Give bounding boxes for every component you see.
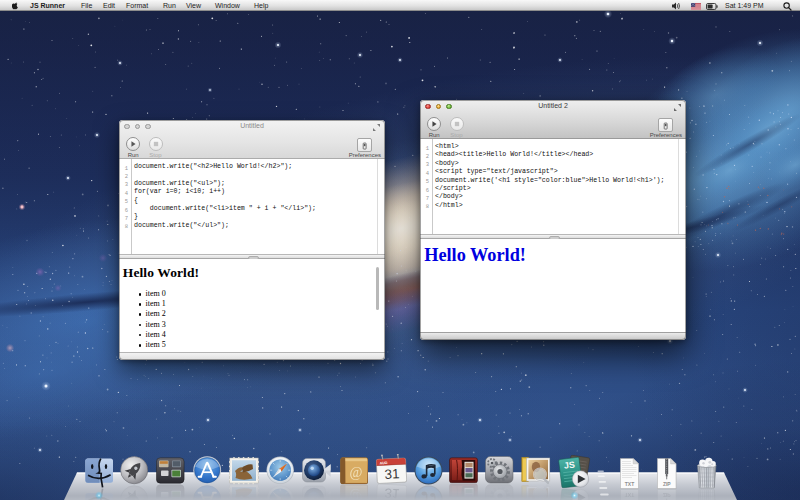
svg-text:ZIP: ZIP bbox=[663, 480, 671, 486]
svg-text:TXT: TXT bbox=[624, 491, 633, 497]
svg-text:@: @ bbox=[349, 489, 362, 500]
svg-text:31: 31 bbox=[384, 466, 400, 482]
svg-text:TXT: TXT bbox=[624, 480, 633, 486]
svg-text:JS: JS bbox=[563, 459, 575, 470]
svg-text:AUG: AUG bbox=[379, 461, 387, 465]
svg-text:@: @ bbox=[349, 465, 362, 480]
svg-text:31: 31 bbox=[384, 485, 400, 500]
svg-text:ZIP: ZIP bbox=[663, 491, 671, 497]
